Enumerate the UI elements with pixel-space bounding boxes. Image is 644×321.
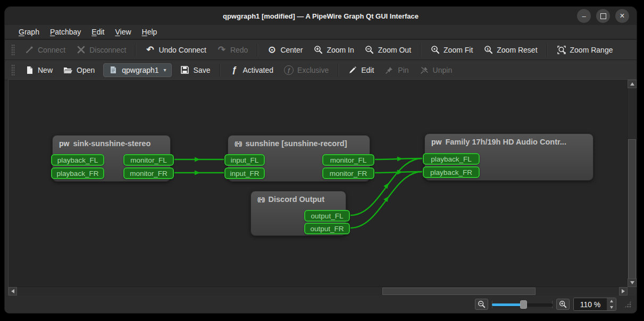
spin-up-button[interactable] bbox=[607, 298, 616, 305]
horizontal-scrollbar-thumb[interactable] bbox=[382, 288, 536, 295]
save-button[interactable]: Save bbox=[175, 63, 216, 77]
port-input_FL[interactable]: input_FL bbox=[224, 154, 265, 166]
undo-icon: ↶ bbox=[145, 45, 155, 55]
zoom-slider-handle[interactable] bbox=[520, 300, 527, 309]
menu-patchbay[interactable]: Patchbay bbox=[45, 27, 86, 37]
port-output_FL[interactable]: output_FL bbox=[304, 210, 350, 222]
menu-view[interactable]: View bbox=[110, 27, 136, 37]
redo-button[interactable]: ↷ Redo bbox=[212, 43, 253, 57]
stream-icon: ((•)) bbox=[235, 140, 242, 147]
patchbay-file-combobox[interactable]: qpwgraph1 ▾ bbox=[103, 63, 171, 77]
minimize-icon: – bbox=[582, 13, 586, 20]
zoom-reset-button[interactable]: 1 Zoom Reset bbox=[478, 43, 542, 57]
titlebar[interactable]: qpwgraph1 [modified] — A PipeWire Graph … bbox=[5, 7, 637, 25]
scrollbar-corner bbox=[628, 287, 637, 295]
disconnect-icon bbox=[76, 45, 86, 55]
patchbay-file-label: qpwgraph1 bbox=[122, 66, 158, 74]
window-resize-grip[interactable] bbox=[624, 301, 631, 308]
connection-sunshine.monitor_FL->family-audio-controller.playback_FL[interactable] bbox=[375, 158, 422, 159]
port-monitor_FR[interactable]: monitor_FR bbox=[322, 167, 374, 179]
toolbar-separator bbox=[220, 64, 221, 77]
disconnect-button[interactable]: Disconnect bbox=[71, 43, 131, 57]
pin-button[interactable]: Pin bbox=[379, 63, 414, 77]
node-sunshine[interactable]: ((•))sunshine [sunshine-record]input_FLi… bbox=[228, 135, 370, 182]
zoom-fit-button[interactable]: Zoom Fit bbox=[425, 43, 478, 57]
unpin-icon bbox=[420, 65, 429, 75]
scroll-down-button[interactable] bbox=[628, 278, 637, 287]
close-icon: × bbox=[620, 12, 624, 20]
statusbar-zoom-in-button[interactable] bbox=[556, 299, 570, 310]
vertical-scrollbar[interactable] bbox=[627, 80, 637, 287]
port-input_FR[interactable]: input_FR bbox=[224, 167, 265, 179]
spin-buttons bbox=[607, 298, 616, 310]
graph-canvas[interactable]: pwsink-sunshine-stereoplayback_FLplaybac… bbox=[9, 80, 628, 287]
stream-icon: ((•)) bbox=[257, 196, 265, 202]
horizontal-scrollbar[interactable] bbox=[9, 286, 628, 295]
open-button[interactable]: Open bbox=[58, 63, 100, 77]
port-output_FR[interactable]: output_FR bbox=[304, 223, 350, 234]
center-icon: ⊙ bbox=[267, 45, 277, 55]
unpin-button[interactable]: Unpin bbox=[414, 63, 458, 77]
connection-arrow-icon bbox=[397, 170, 403, 174]
node-header: pwFamily 17h/19h HD Audio Contr... bbox=[425, 134, 593, 146]
exclusive-button[interactable]: ƒ Exclusive bbox=[279, 63, 334, 77]
spin-down-button[interactable] bbox=[607, 305, 616, 311]
zoom-in-icon bbox=[313, 45, 323, 55]
port-playback_FL[interactable]: playback_FL bbox=[51, 154, 104, 166]
vertical-scrollbar-thumb[interactable] bbox=[628, 139, 636, 280]
activated-button[interactable]: ƒ Activated bbox=[224, 63, 279, 77]
port-playback_FR[interactable]: playback_FR bbox=[51, 167, 104, 179]
scroll-up-button[interactable] bbox=[628, 80, 637, 88]
edit-pencil-icon bbox=[348, 65, 357, 75]
toolbar-separator bbox=[420, 44, 421, 56]
menu-edit[interactable]: Edit bbox=[86, 27, 110, 37]
connect-button[interactable]: Connect bbox=[19, 43, 71, 57]
menu-help[interactable]: Help bbox=[137, 27, 163, 37]
save-icon bbox=[180, 65, 190, 75]
node-header: ((•))Discord Output bbox=[251, 191, 346, 204]
connection-arrow-icon bbox=[383, 182, 390, 189]
new-file-icon bbox=[24, 65, 34, 75]
menubar: Graph Patchbay Edit View Help bbox=[5, 25, 637, 40]
node-header: ((•))sunshine [sunshine-record] bbox=[228, 136, 370, 148]
statusbar: 110 % bbox=[5, 295, 637, 313]
zoom-value[interactable]: 110 % bbox=[574, 298, 607, 310]
close-button[interactable]: × bbox=[615, 9, 629, 23]
scroll-left-button[interactable] bbox=[9, 287, 17, 295]
maximize-button[interactable] bbox=[596, 9, 610, 23]
connection-arrow-icon bbox=[195, 171, 200, 175]
scroll-right-button[interactable] bbox=[619, 287, 628, 295]
zoom-slider[interactable] bbox=[492, 299, 553, 310]
zoom-spinbox[interactable]: 110 % bbox=[573, 298, 616, 311]
arrow-left-icon bbox=[11, 289, 14, 293]
zoom-out-button[interactable]: Zoom Out bbox=[359, 43, 416, 57]
pipewire-icon: pw bbox=[431, 138, 441, 146]
zoom-in-button[interactable]: Zoom In bbox=[308, 43, 359, 57]
zoom-reset-icon: 1 bbox=[483, 45, 493, 55]
zoom-range-button[interactable]: Zoom Range bbox=[551, 43, 618, 57]
connection-arrow-icon bbox=[397, 156, 403, 161]
edit-button[interactable]: Edit bbox=[342, 63, 379, 77]
connect-icon bbox=[24, 45, 34, 55]
port-monitor_FL[interactable]: monitor_FL bbox=[123, 154, 174, 166]
port-monitor_FL[interactable]: monitor_FL bbox=[322, 154, 374, 166]
center-button[interactable]: ⊙ Center bbox=[262, 43, 308, 57]
zoom-out-icon bbox=[478, 300, 486, 308]
node-sink-sunshine-stereo[interactable]: pwsink-sunshine-stereoplayback_FLplaybac… bbox=[52, 135, 171, 182]
toolbar-drag-handle[interactable] bbox=[11, 44, 15, 56]
port-monitor_FR[interactable]: monitor_FR bbox=[123, 167, 174, 179]
graph-toolbar: Connect Disconnect ↶ Undo Connect ↷ Redo… bbox=[5, 40, 637, 60]
statusbar-zoom-out-button[interactable] bbox=[475, 299, 488, 310]
menu-graph[interactable]: Graph bbox=[13, 27, 45, 37]
port-playback_FR[interactable]: playback_FR bbox=[423, 166, 480, 178]
toolbar-drag-handle[interactable] bbox=[11, 64, 15, 76]
undo-connect-button[interactable]: ↶ Undo Connect bbox=[140, 43, 212, 57]
minimize-button[interactable]: – bbox=[577, 9, 591, 23]
new-button[interactable]: New bbox=[19, 63, 58, 77]
zoom-fit-icon bbox=[430, 45, 440, 55]
node-family-audio-controller[interactable]: pwFamily 17h/19h HD Audio Contr...playba… bbox=[424, 133, 593, 181]
node-discord-output[interactable]: ((•))Discord Outputoutput_FLoutput_FR bbox=[250, 191, 346, 236]
connection-sunshine.monitor_FR->family-audio-controller.playback_FR[interactable] bbox=[375, 172, 422, 173]
port-playback_FL[interactable]: playback_FL bbox=[423, 153, 480, 165]
window-title: qpwgraph1 [modified] — A PipeWire Graph … bbox=[223, 12, 419, 20]
